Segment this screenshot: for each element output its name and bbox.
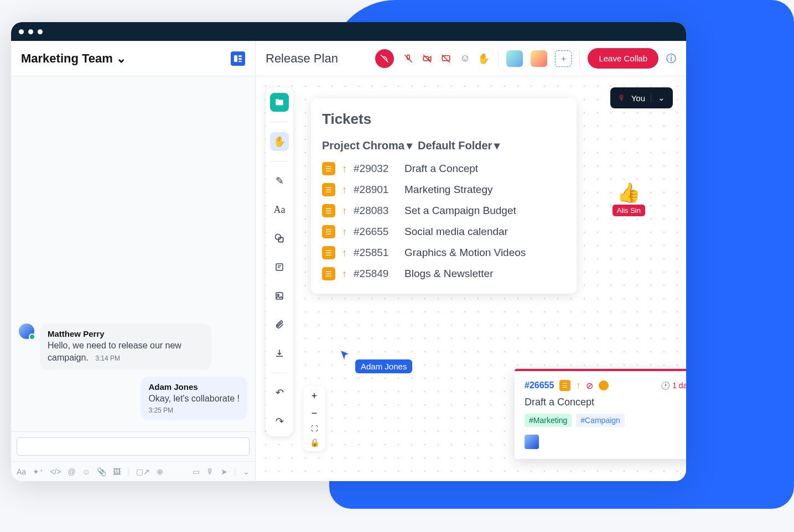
ticket-icon: ☰: [322, 267, 335, 280]
ticket-title: Graphics & Motion Videos: [404, 247, 526, 259]
team-selector[interactable]: Marketing Team ⌄: [21, 51, 126, 66]
sender-name: Adam Jones: [148, 382, 240, 392]
team-name: Marketing Team: [21, 51, 113, 66]
raise-hand-icon[interactable]: ✋: [477, 52, 490, 65]
tag-marketing[interactable]: #Marketing: [525, 414, 572, 427]
feed-icon[interactable]: [231, 51, 245, 66]
divider: [579, 50, 580, 67]
emoji-icon[interactable]: ☺: [458, 52, 471, 65]
mic-off-icon[interactable]: [402, 52, 415, 65]
release-title: Release Plan: [266, 51, 338, 66]
reaction-user: Alis Sin: [613, 205, 645, 216]
ticket-detail-card[interactable]: #26655 ☰ ↑ ⊘ 🕐1 day left Draft a Concept…: [515, 369, 686, 459]
thumbs-up-icon: 👍: [617, 181, 640, 204]
emoji-icon[interactable]: ☺: [82, 467, 90, 476]
attach-icon[interactable]: 📎: [97, 467, 106, 476]
ticket-row[interactable]: ☰↑#25849Blogs & Newsletter: [322, 267, 565, 280]
ticket-row[interactable]: ☰↑#26655Social media calendar: [322, 225, 565, 238]
chevron-down-icon[interactable]: ⌄: [651, 93, 665, 103]
present-off-icon[interactable]: [439, 52, 453, 65]
window-dot: [38, 29, 43, 34]
call-toolbar: ☺ ✋: [402, 52, 490, 65]
project-selector[interactable]: Project Chroma ▾: [322, 139, 412, 152]
folder-tool[interactable]: [270, 93, 289, 112]
code-icon[interactable]: </>: [50, 467, 61, 476]
lock-icon[interactable]: 🔒: [310, 438, 319, 447]
canvas-pane[interactable]: ✋ ✎ Aa ↶ ↷ + − ⛶ 🔒 🎙 You: [256, 76, 686, 481]
wand-icon[interactable]: ✦⁺: [33, 467, 43, 476]
note-tool[interactable]: [270, 258, 289, 277]
redo-tool[interactable]: ↷: [270, 412, 289, 431]
add-user-icon[interactable]: +: [555, 50, 572, 67]
cursor-label-adam: Adam Jones: [355, 359, 412, 373]
video-icon[interactable]: ▭: [193, 467, 200, 476]
assignee-avatar[interactable]: [525, 435, 539, 449]
zoom-out-icon[interactable]: −: [312, 408, 318, 419]
ticket-icon: ☰: [322, 204, 335, 217]
zoom-in-icon[interactable]: +: [312, 390, 318, 402]
message-item: Adam Jones Okay, let's collaborate ! 3:2…: [19, 377, 247, 420]
tickets-title: Tickets: [322, 111, 565, 128]
screen-share-off-icon[interactable]: [375, 49, 394, 68]
detail-tags: #Marketing #Campaign: [525, 414, 686, 427]
mic-muted-icon: 🎙: [618, 93, 626, 102]
ticket-id: #28901: [354, 184, 398, 196]
you-label: You: [631, 93, 645, 103]
ticket-row[interactable]: ☰↑#29032Draft a Concept: [322, 162, 565, 175]
ticket-icon: ☰: [322, 225, 335, 238]
mic-icon[interactable]: 🎙: [206, 467, 214, 476]
detail-title: Draft a Concept: [525, 397, 686, 408]
download-tool[interactable]: [270, 344, 289, 363]
ticket-row[interactable]: ☰↑#25851Graphics & Motion Videos: [322, 246, 565, 259]
compose-toolbar: Aa ✦⁺ </> @ ☺ 📎 🖼 | ▢↗ ⊕ ▭ 🎙 ➤ | ⌄: [11, 461, 255, 481]
message-bubble: Matthew Perry Hello, we need to release …: [40, 324, 211, 370]
caret-down-icon: ▾: [407, 139, 412, 152]
image-tool[interactable]: [270, 286, 289, 305]
undo-tool[interactable]: ↶: [270, 383, 289, 402]
message-list: Matthew Perry Hello, we need to release …: [11, 76, 255, 431]
tag-campaign[interactable]: #Campaign: [576, 414, 625, 427]
sender-name: Matthew Perry: [48, 329, 204, 338]
message-input[interactable]: [17, 437, 250, 456]
shape-tool[interactable]: [270, 229, 289, 248]
hand-tool[interactable]: ✋: [270, 132, 289, 151]
text-tool[interactable]: Aa: [270, 200, 289, 219]
ticket-id: #25849: [354, 268, 398, 280]
ticket-icon: ☰: [322, 162, 335, 175]
tickets-card[interactable]: Tickets Project Chroma ▾ Default Folder …: [311, 98, 577, 294]
divider: [498, 50, 499, 67]
add-icon[interactable]: ⊕: [157, 467, 163, 476]
ticket-icon: ☰: [322, 246, 335, 259]
participant-avatar[interactable]: [506, 50, 523, 67]
ticket-title: Social media calendar: [404, 226, 508, 238]
svg-rect-0: [234, 55, 237, 62]
chevron-down-icon: ⌄: [116, 51, 126, 66]
camera-off-icon[interactable]: [421, 52, 434, 65]
priority-up-icon: ↑: [576, 380, 580, 390]
reaction-indicator: 👍 Alis Sin: [613, 181, 645, 216]
mention-icon[interactable]: @: [68, 467, 75, 476]
topbar: Marketing Team ⌄ Release Plan ☺ ✋: [11, 41, 686, 76]
priority-up-icon: ↑: [342, 247, 347, 259]
ticket-id: #28083: [354, 205, 398, 217]
format-aa-icon[interactable]: Aa: [17, 467, 26, 476]
leave-collab-button[interactable]: Leave Collab: [588, 48, 658, 69]
topbar-right: Release Plan ☺ ✋ + Leave Collab ⓘ: [256, 41, 686, 76]
participant-avatar[interactable]: [531, 50, 547, 67]
ticket-row[interactable]: ☰↑#28083Set a Campaign Budget: [322, 204, 565, 217]
info-icon[interactable]: ⓘ: [666, 52, 676, 65]
priority-up-icon: ↑: [342, 268, 347, 280]
folder-selector[interactable]: Default Folder ▾: [418, 139, 500, 152]
you-badge[interactable]: 🎙 You ⌄: [610, 87, 673, 108]
pen-tool[interactable]: ✎: [270, 171, 289, 190]
svg-point-11: [277, 294, 279, 296]
ticket-row[interactable]: ☰↑#28901Marketing Strategy: [322, 183, 565, 196]
ticket-list: ☰↑#29032Draft a Concept ☰↑#28901Marketin…: [322, 162, 565, 280]
image-icon[interactable]: 🖼: [113, 467, 121, 476]
window-dot: [19, 29, 24, 34]
fit-icon[interactable]: ⛶: [311, 425, 318, 432]
attachment-tool[interactable]: [270, 315, 289, 334]
chevron-down-icon[interactable]: ⌄: [243, 467, 250, 476]
send-icon[interactable]: ➤: [221, 467, 227, 476]
present-icon[interactable]: ▢↗: [136, 467, 150, 476]
